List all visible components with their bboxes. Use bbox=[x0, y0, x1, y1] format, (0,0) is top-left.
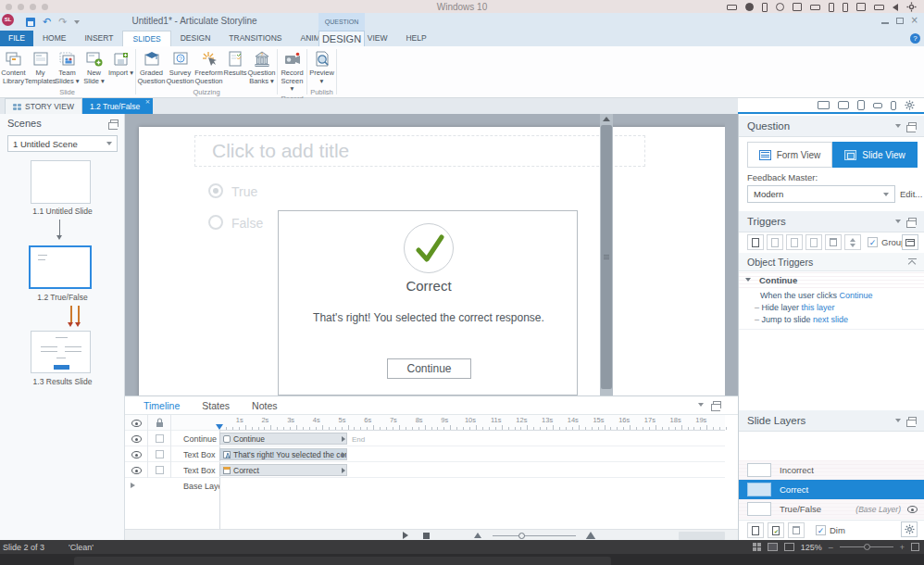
scene-selector-dropdown[interactable]: 1 Untitled Scene bbox=[7, 135, 118, 152]
scrollbar-thumb[interactable] bbox=[601, 125, 612, 389]
trigger-group-row[interactable]: Continue bbox=[739, 271, 924, 288]
timeline-zoom-slider[interactable] bbox=[493, 535, 576, 536]
tab-insert[interactable]: INSERT bbox=[75, 31, 122, 46]
continue-button[interactable]: Continue bbox=[387, 358, 471, 379]
slide-thumbnail-2-selected[interactable] bbox=[29, 245, 92, 289]
panel-menu-icon[interactable] bbox=[895, 220, 901, 223]
trigger-action-row[interactable]: – Hide layer this layer bbox=[739, 303, 924, 312]
timeline-bar-textbox[interactable]: That's right! You selected the corre... bbox=[219, 448, 347, 460]
scroll-up-icon[interactable] bbox=[603, 117, 610, 121]
slide-stage[interactable]: Click to add title True False Correct Th… bbox=[139, 127, 725, 396]
timeline-object-name[interactable]: Continue bbox=[183, 431, 219, 446]
form-view-button[interactable]: Form View bbox=[747, 142, 832, 168]
tab-slides[interactable]: SLIDES bbox=[122, 31, 170, 46]
tab-timeline[interactable]: Timeline bbox=[144, 400, 180, 411]
delete-layer-button[interactable] bbox=[788, 522, 805, 538]
group-checkbox[interactable]: ✓ bbox=[868, 237, 878, 247]
radio-false[interactable] bbox=[208, 215, 223, 230]
slide-view-button[interactable]: Slide View bbox=[832, 142, 918, 168]
import-button[interactable]: Import ▾ bbox=[107, 49, 134, 87]
stop-icon[interactable] bbox=[423, 533, 430, 539]
tablet-landscape-icon[interactable] bbox=[838, 101, 849, 109]
keyboard-icon[interactable] bbox=[727, 5, 737, 10]
network-icon[interactable] bbox=[793, 3, 802, 11]
manage-variables-button[interactable] bbox=[902, 234, 918, 250]
help-icon[interactable]: ? bbox=[910, 33, 920, 44]
content-library-button[interactable]: Content Library bbox=[0, 49, 27, 87]
usb-icon[interactable] bbox=[762, 3, 768, 12]
qat-customize-icon[interactable] bbox=[74, 20, 80, 24]
playhead-icon[interactable] bbox=[216, 424, 223, 430]
layer-properties-button[interactable] bbox=[901, 521, 918, 537]
eye-column-icon[interactable] bbox=[131, 420, 142, 427]
row-visibility-icon[interactable] bbox=[131, 467, 142, 474]
survey-question-button[interactable]: ? Survey Question bbox=[166, 49, 194, 87]
new-layer-button[interactable] bbox=[747, 522, 764, 538]
play-icon[interactable] bbox=[403, 532, 408, 539]
tab-question-tools-design[interactable]: DESIGN bbox=[318, 31, 365, 46]
back-arrow-icon[interactable] bbox=[893, 4, 898, 11]
delete-trigger-button[interactable] bbox=[825, 234, 842, 250]
restore-icon[interactable] bbox=[896, 18, 904, 24]
tab-slide-true-false[interactable]: 1.2 True/False × bbox=[82, 98, 153, 114]
timeline-horizontal-scrollbar[interactable] bbox=[679, 532, 725, 540]
desktop-view-icon[interactable] bbox=[818, 101, 830, 109]
player-settings-gear-icon[interactable] bbox=[905, 100, 915, 110]
tab-transitions[interactable]: TRANSITIONS bbox=[219, 31, 291, 46]
new-trigger-button[interactable] bbox=[747, 234, 764, 250]
radio-true[interactable] bbox=[208, 183, 223, 198]
slide-thumbnail-3[interactable] bbox=[31, 331, 91, 373]
panel-menu-icon[interactable] bbox=[895, 124, 901, 128]
collapse-group-icon[interactable] bbox=[745, 278, 751, 282]
undo-icon[interactable]: ↶ bbox=[43, 17, 51, 27]
float-panel-icon[interactable] bbox=[908, 417, 917, 424]
row-visibility-icon[interactable] bbox=[131, 435, 142, 443]
timeline-object-name[interactable]: Text Box bbox=[183, 462, 219, 478]
panel-menu-icon[interactable] bbox=[895, 419, 901, 422]
canvas-vertical-scrollbar[interactable] bbox=[600, 114, 613, 412]
tab-help[interactable]: HELP bbox=[396, 31, 435, 46]
fit-to-window-icon[interactable] bbox=[911, 543, 919, 551]
edit-trigger-button[interactable] bbox=[767, 234, 783, 250]
tab-design[interactable]: DESIGN bbox=[171, 31, 220, 46]
phone-icon[interactable] bbox=[843, 3, 848, 12]
panel-menu-icon[interactable] bbox=[698, 403, 704, 407]
phone-portrait-icon[interactable] bbox=[891, 101, 896, 110]
minimize-icon[interactable] bbox=[881, 22, 889, 24]
row-lock-checkbox[interactable] bbox=[156, 450, 164, 458]
save-icon[interactable] bbox=[26, 18, 35, 27]
timeline-bar-correct[interactable]: Correct bbox=[219, 464, 347, 476]
preview-toggle-icon[interactable] bbox=[784, 543, 794, 551]
lock-column-icon[interactable] bbox=[156, 418, 164, 428]
layer-row-incorrect[interactable]: Incorrect bbox=[739, 460, 924, 480]
duplicate-layer-button[interactable]: ✔ bbox=[768, 522, 784, 538]
slide-view-toggle-icon[interactable] bbox=[768, 543, 778, 551]
zoom-out-icon[interactable]: – bbox=[829, 543, 833, 552]
layer-visibility-icon[interactable] bbox=[907, 506, 918, 513]
close-tab-icon[interactable]: × bbox=[144, 99, 150, 106]
speaker-icon[interactable] bbox=[810, 5, 820, 10]
zoom-in-timeline-icon[interactable] bbox=[586, 532, 595, 539]
row-lock-checkbox[interactable] bbox=[156, 466, 164, 474]
timeline-object-name[interactable]: Base Layer ... bbox=[183, 478, 219, 494]
tablet-portrait-icon[interactable] bbox=[857, 100, 865, 110]
tab-file[interactable]: FILE bbox=[0, 31, 33, 46]
slider-knob[interactable] bbox=[518, 533, 525, 539]
new-slide-button[interactable]: New Slide ▾ bbox=[81, 49, 107, 87]
record-screen-button[interactable]: Record Screen ▾ bbox=[279, 49, 306, 94]
camera-icon[interactable] bbox=[856, 3, 866, 11]
my-templates-button[interactable]: My Templates bbox=[27, 49, 54, 87]
collapse-all-icon[interactable] bbox=[908, 258, 917, 266]
graded-question-button[interactable]: Graded Question bbox=[137, 49, 166, 87]
question-banks-button[interactable]: ? Question Banks ▾ bbox=[247, 49, 276, 87]
cd-icon[interactable] bbox=[776, 3, 784, 11]
expand-base-layer-icon[interactable] bbox=[131, 483, 135, 488]
zoom-slider-knob[interactable] bbox=[864, 544, 870, 550]
layer-row-correct[interactable]: Correct bbox=[739, 480, 924, 499]
row-lock-checkbox[interactable] bbox=[156, 434, 164, 443]
float-panel-icon[interactable] bbox=[110, 119, 119, 127]
float-panel-icon[interactable] bbox=[908, 218, 917, 225]
tab-story-view[interactable]: STORY VIEW bbox=[5, 98, 82, 114]
paste-trigger-button[interactable] bbox=[805, 234, 822, 250]
layer-row-base[interactable]: True/False (Base Layer) bbox=[739, 499, 924, 519]
